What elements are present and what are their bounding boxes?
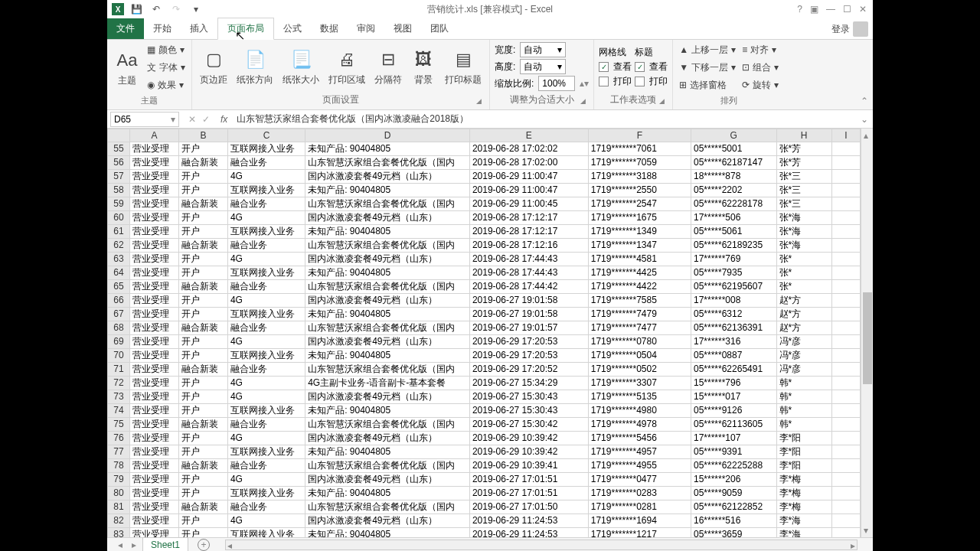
col-header-B[interactable]: B: [178, 129, 227, 142]
cell[interactable]: 未知产品: 90404805: [305, 183, 470, 197]
bring-forward-button[interactable]: ▲上移一层▾: [678, 42, 737, 58]
page-setup-launcher[interactable]: ◢: [474, 97, 483, 106]
cell[interactable]: 营业受理: [129, 252, 178, 266]
help-icon[interactable]: ?: [797, 4, 802, 15]
cell[interactable]: 05*****62195607: [691, 279, 776, 293]
cell[interactable]: [831, 307, 860, 321]
redo-icon[interactable]: ↷: [168, 2, 184, 17]
cell[interactable]: 2019-06-29 10:39:41: [469, 458, 588, 472]
cell[interactable]: 山东智慧沃家组合套餐优化版（国内: [305, 238, 470, 252]
cell[interactable]: [831, 293, 860, 307]
scale-input[interactable]: 100%: [538, 76, 575, 91]
cell[interactable]: 赵*方: [776, 307, 831, 321]
row-header[interactable]: 68: [108, 321, 130, 334]
cell[interactable]: 开户: [178, 252, 227, 266]
cell[interactable]: 2019-06-29 11:00:47: [469, 183, 588, 197]
cell[interactable]: 张*芳: [776, 142, 831, 155]
cell[interactable]: 李*梅: [776, 500, 831, 514]
cell[interactable]: 16******516: [691, 514, 776, 527]
cell[interactable]: 2019-06-29 17:20:53: [469, 334, 588, 348]
row-header[interactable]: 56: [108, 155, 130, 169]
cell[interactable]: 营业受理: [129, 142, 178, 155]
cell[interactable]: 国内冰激凌套餐49元档（山东）: [305, 252, 470, 266]
tab-team[interactable]: 团队: [421, 18, 458, 39]
gridlines-view-checkbox[interactable]: [599, 62, 609, 72]
cell[interactable]: 山东智慧沃家组合套餐优化版（国内: [305, 155, 470, 169]
cell[interactable]: 互联网接入业务: [227, 183, 305, 197]
sheet-tab[interactable]: Sheet1: [142, 537, 188, 551]
breaks-button[interactable]: ⊟分隔符: [371, 46, 405, 88]
scale-launcher[interactable]: ◢: [578, 97, 587, 106]
cell[interactable]: 营业受理: [129, 197, 178, 210]
cell[interactable]: 互联网接入业务: [227, 348, 305, 362]
cell[interactable]: 1719*******7585: [588, 293, 691, 307]
cell[interactable]: 05*****5061: [691, 224, 776, 238]
cell[interactable]: 营业受理: [129, 169, 178, 183]
cell[interactable]: [831, 169, 860, 183]
cell[interactable]: 营业受理: [129, 376, 178, 390]
cell[interactable]: 开户: [178, 514, 227, 527]
cell[interactable]: 4G: [227, 334, 305, 348]
row-header[interactable]: 60: [108, 210, 130, 224]
cell[interactable]: 未知产品: 90404805: [305, 348, 470, 362]
cell[interactable]: 营业受理: [129, 238, 178, 252]
cell[interactable]: 营业受理: [129, 321, 178, 334]
margins-button[interactable]: ▢页边距: [197, 46, 230, 88]
cell[interactable]: [831, 142, 860, 155]
cell[interactable]: 开户: [178, 527, 227, 537]
effects-button[interactable]: ◉效果▾: [145, 77, 187, 93]
cell[interactable]: 05*****62228178: [691, 197, 776, 210]
cell[interactable]: 05*****2202: [691, 183, 776, 197]
cell[interactable]: 融合新装: [178, 155, 227, 169]
name-box[interactable]: D65▾: [110, 112, 179, 127]
row-header[interactable]: 72: [108, 376, 130, 390]
cell[interactable]: 开户: [178, 472, 227, 486]
cell[interactable]: 山东智慧沃家组合套餐优化版（国内: [305, 362, 470, 376]
col-header-H[interactable]: H: [776, 129, 831, 142]
cell[interactable]: 17******316: [691, 334, 776, 348]
cell[interactable]: 17******769: [691, 252, 776, 266]
cell[interactable]: 05*****9391: [691, 445, 776, 458]
cell[interactable]: 营业受理: [129, 293, 178, 307]
add-sheet-button[interactable]: +: [198, 539, 210, 551]
cell[interactable]: 国内冰激凌套餐49元档（山东）: [305, 293, 470, 307]
cell[interactable]: 4G主副卡业务-语音副卡-基本套餐: [305, 376, 470, 390]
cell[interactable]: 开户: [178, 431, 227, 445]
cell[interactable]: 1719*******4422: [588, 279, 691, 293]
cell[interactable]: 融合新装: [178, 279, 227, 293]
cell[interactable]: 冯*彦: [776, 334, 831, 348]
size-button[interactable]: 📃纸张大小: [279, 46, 322, 88]
cell[interactable]: 国内冰激凌套餐49元档（山东）: [305, 390, 470, 403]
cell[interactable]: [831, 403, 860, 417]
cell[interactable]: 1719*******5456: [588, 431, 691, 445]
row-header[interactable]: 61: [108, 224, 130, 238]
cell[interactable]: 融合新装: [178, 362, 227, 376]
cell[interactable]: 05*****9126: [691, 403, 776, 417]
cell[interactable]: [831, 458, 860, 472]
row-header[interactable]: 82: [108, 514, 130, 527]
cell[interactable]: 冯*彦: [776, 362, 831, 376]
row-header[interactable]: 73: [108, 390, 130, 403]
cell[interactable]: 05*****62113605: [691, 417, 776, 431]
cell[interactable]: 1719*******4957: [588, 445, 691, 458]
cell[interactable]: [831, 500, 860, 514]
cell[interactable]: 05*****62122852: [691, 500, 776, 514]
cell[interactable]: 1719*******1347: [588, 238, 691, 252]
cell[interactable]: 2019-06-29 11:24:53: [469, 514, 588, 527]
row-header[interactable]: 67: [108, 307, 130, 321]
cell[interactable]: 开户: [178, 390, 227, 403]
cell[interactable]: 国内冰激凌套餐49元档（山东）: [305, 334, 470, 348]
cell[interactable]: [831, 155, 860, 169]
group-button[interactable]: ⊡组合▾: [740, 60, 780, 76]
sheet-nav-prev-icon[interactable]: ◂: [115, 540, 126, 550]
cell[interactable]: [831, 224, 860, 238]
cell[interactable]: 05*****6312: [691, 307, 776, 321]
gridlines-print-checkbox[interactable]: [599, 77, 609, 86]
cell[interactable]: 李*梅: [776, 486, 831, 500]
cell[interactable]: 1719*******4955: [588, 458, 691, 472]
cell[interactable]: 营业受理: [129, 486, 178, 500]
cell[interactable]: [831, 197, 860, 210]
cell[interactable]: 营业受理: [129, 183, 178, 197]
login-button[interactable]: 登录: [831, 21, 868, 37]
tab-page-layout[interactable]: 页面布局: [217, 18, 274, 40]
